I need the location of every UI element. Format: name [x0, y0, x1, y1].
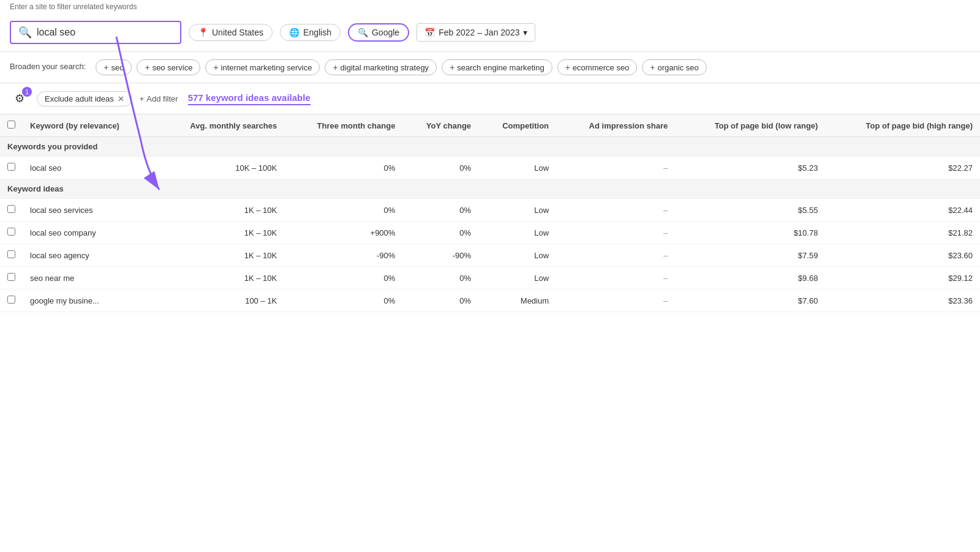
row-ad-impression: –: [556, 199, 675, 222]
plus-icon: +: [650, 62, 655, 72]
table-row: local seo services 1K – 10K 0% 0% Low – …: [0, 199, 980, 222]
section-provided-label: Keywords you provided: [0, 137, 980, 157]
exclude-adult-filter[interactable]: Exclude adult ideas ✕: [37, 91, 132, 106]
row-bid-low: $10.78: [675, 222, 825, 244]
language-filter[interactable]: 🌐 English: [280, 24, 341, 41]
table-row: local seo agency 1K – 10K -90% -90% Low …: [0, 244, 980, 267]
row-checkbox[interactable]: [7, 296, 15, 304]
row-avg-monthly: 10K – 100K: [155, 157, 284, 179]
language-icon: 🌐: [289, 28, 300, 37]
chip-digital-marketing[interactable]: + digital marketing strategy: [325, 59, 437, 75]
row-three-month: 0%: [284, 199, 402, 222]
row-ad-impression: –: [556, 289, 675, 312]
row-checkbox-col[interactable]: [0, 289, 23, 312]
plus-icon: +: [104, 62, 108, 72]
filter-badge: 1: [22, 87, 32, 97]
col-three-month[interactable]: Three month change: [284, 114, 402, 137]
chip-search-engine-marketing[interactable]: + search engine marketing: [442, 59, 552, 75]
select-all-checkbox[interactable]: [7, 121, 15, 129]
row-avg-monthly: 1K – 10K: [155, 222, 284, 244]
row-three-month: 0%: [284, 267, 402, 289]
location-icon: 📍: [198, 28, 208, 37]
section-ideas-header: Keyword ideas: [0, 179, 980, 199]
chip-seo-service[interactable]: + seo service: [137, 59, 200, 75]
chip-seo[interactable]: + seo: [96, 59, 132, 75]
search-input[interactable]: [37, 27, 173, 38]
chip-label: organic seo: [658, 63, 699, 72]
table-row: local seo company 1K – 10K +900% 0% Low …: [0, 222, 980, 244]
network-filter[interactable]: 🔍 Google: [348, 23, 409, 42]
row-ad-impression: –: [556, 244, 675, 267]
section-ideas-label: Keyword ideas: [0, 179, 980, 199]
row-checkbox[interactable]: [7, 228, 15, 236]
row-avg-monthly: 100 – 1K: [155, 289, 284, 312]
chevron-down-icon: ▾: [523, 28, 527, 37]
table-row: local seo 10K – 100K 0% 0% Low – $5.23 $…: [0, 157, 980, 179]
row-yoy: 0%: [402, 157, 478, 179]
chip-label: internet marketing service: [221, 63, 312, 72]
row-checkbox-col[interactable]: [0, 244, 23, 267]
row-keyword: seo near me: [23, 267, 155, 289]
row-checkbox-col[interactable]: [0, 199, 23, 222]
broaden-section: Broaden your search: + seo + seo service…: [0, 52, 980, 83]
col-ad-impression[interactable]: Ad impression share: [556, 114, 675, 137]
row-yoy: 0%: [402, 289, 478, 312]
chip-label: seo service: [153, 63, 193, 72]
row-yoy: -90%: [402, 244, 478, 267]
hint-text: Enter a site to filter unrelated keyword…: [0, 0, 980, 13]
top-bar: 🔍 📍 United States 🌐 English 🔍 Google 📅 F…: [0, 13, 980, 52]
row-bid-high: $23.36: [825, 289, 980, 312]
row-avg-monthly: 1K – 10K: [155, 199, 284, 222]
col-competition[interactable]: Competition: [478, 114, 556, 137]
row-bid-low: $7.59: [675, 244, 825, 267]
col-bid-low[interactable]: Top of page bid (low range): [675, 114, 825, 137]
row-yoy: 0%: [402, 222, 478, 244]
plus-icon: +: [565, 62, 570, 72]
row-competition: Low: [478, 222, 556, 244]
chip-ecommerce-seo[interactable]: + ecommerce seo: [557, 59, 638, 75]
row-competition: Medium: [478, 289, 556, 312]
row-ad-impression: –: [556, 267, 675, 289]
row-checkbox[interactable]: [7, 205, 15, 213]
chip-label: ecommerce seo: [573, 63, 629, 72]
chip-internet-marketing[interactable]: + internet marketing service: [205, 59, 320, 75]
col-avg-monthly[interactable]: Avg. monthly searches: [155, 114, 284, 137]
search-box[interactable]: 🔍: [10, 21, 181, 44]
col-keyword[interactable]: Keyword (by relevance): [23, 114, 155, 137]
row-competition: Low: [478, 244, 556, 267]
table-row: seo near me 1K – 10K 0% 0% Low – $9.68 $…: [0, 267, 980, 289]
row-checkbox[interactable]: [7, 163, 15, 171]
row-bid-high: $21.82: [825, 222, 980, 244]
location-label: United States: [212, 28, 263, 37]
network-label: Google: [372, 28, 399, 37]
keyword-count: 577 keyword ideas available: [188, 92, 311, 105]
select-all-col[interactable]: [0, 114, 23, 137]
add-filter-button[interactable]: + Add filter: [140, 94, 178, 103]
add-filter-label: Add filter: [146, 94, 178, 103]
row-competition: Low: [478, 267, 556, 289]
close-icon[interactable]: ✕: [118, 94, 124, 103]
row-competition: Low: [478, 157, 556, 179]
row-bid-high: $22.27: [825, 157, 980, 179]
broaden-chips: + seo + seo service + internet marketing…: [96, 59, 706, 75]
row-bid-high: $23.60: [825, 244, 980, 267]
chip-organic-seo[interactable]: + organic seo: [642, 59, 706, 75]
row-checkbox-col[interactable]: [0, 222, 23, 244]
row-three-month: 0%: [284, 157, 402, 179]
location-filter[interactable]: 📍 United States: [189, 24, 273, 41]
row-yoy: 0%: [402, 199, 478, 222]
row-checkbox-col[interactable]: [0, 157, 23, 179]
table-row: google my busine... 100 – 1K 0% 0% Mediu…: [0, 289, 980, 312]
date-range-label: Feb 2022 – Jan 2023: [439, 28, 519, 37]
col-yoy[interactable]: YoY change: [402, 114, 478, 137]
chip-label: search engine marketing: [457, 63, 544, 72]
network-icon: 🔍: [358, 28, 368, 37]
date-range-filter[interactable]: 📅 Feb 2022 – Jan 2023 ▾: [417, 23, 535, 42]
row-checkbox[interactable]: [7, 250, 15, 258]
row-checkbox[interactable]: [7, 273, 15, 281]
filter-button[interactable]: ⚙ 1: [10, 89, 29, 108]
row-keyword: google my busine...: [23, 289, 155, 312]
row-avg-monthly: 1K – 10K: [155, 244, 284, 267]
col-bid-high[interactable]: Top of page bid (high range): [825, 114, 980, 137]
row-checkbox-col[interactable]: [0, 267, 23, 289]
